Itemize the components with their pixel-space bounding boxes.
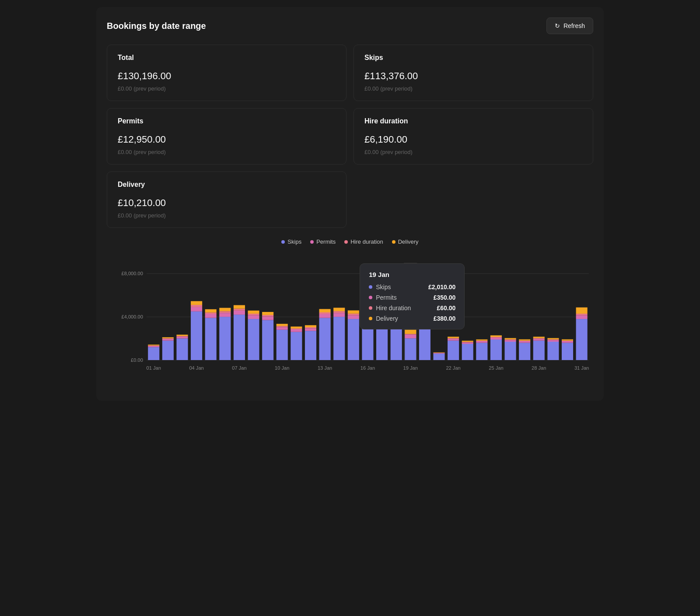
svg-rect-114	[519, 340, 530, 341]
svg-rect-62	[348, 319, 359, 360]
svg-rect-39	[262, 316, 273, 320]
chart-area: Skips Permits Hire duration Delivery £0.…	[107, 238, 593, 390]
svg-rect-28	[219, 311, 231, 313]
svg-rect-107	[504, 342, 516, 360]
legend-dot-permits	[310, 240, 314, 244]
svg-text:31 Jan: 31 Jan	[574, 365, 589, 371]
svg-rect-45	[276, 324, 288, 326]
svg-rect-125	[562, 341, 573, 341]
svg-rect-61	[333, 308, 345, 311]
svg-rect-119	[547, 342, 559, 360]
svg-text:07 Jan: 07 Jan	[232, 365, 246, 371]
svg-rect-109	[504, 340, 516, 340]
svg-text:22 Jan: 22 Jan	[446, 365, 460, 371]
svg-rect-115	[533, 341, 545, 360]
header: Bookings by date range ↻ Refresh	[107, 18, 593, 34]
stat-value-skips: £113,376.00	[364, 70, 582, 82]
legend-skips: Skips	[281, 238, 301, 245]
stat-label-skips: Skips	[364, 54, 582, 62]
stat-label-total: Total	[118, 54, 336, 62]
svg-rect-67	[362, 275, 373, 282]
svg-rect-64	[348, 314, 359, 315]
svg-rect-86	[419, 316, 430, 317]
svg-rect-18	[191, 312, 202, 360]
svg-rect-99	[476, 343, 487, 360]
svg-rect-112	[519, 341, 530, 343]
svg-rect-57	[319, 309, 331, 312]
svg-rect-47	[290, 329, 302, 332]
svg-rect-117	[533, 338, 545, 339]
stat-prev-delivery: £0.00 (prev period)	[118, 212, 336, 219]
svg-rect-20	[191, 305, 202, 307]
svg-rect-8	[148, 346, 159, 346]
svg-rect-79	[405, 338, 416, 360]
svg-rect-53	[305, 325, 316, 327]
svg-rect-24	[205, 312, 217, 314]
refresh-button[interactable]: ↻ Refresh	[546, 18, 593, 34]
svg-rect-129	[576, 314, 588, 315]
svg-rect-34	[248, 319, 259, 360]
svg-rect-55	[319, 314, 331, 318]
stat-card-permits: Permits £12,950.00 £0.00 (prev period)	[107, 108, 346, 164]
svg-rect-75	[391, 311, 402, 315]
refresh-label: Refresh	[564, 22, 585, 29]
svg-rect-40	[262, 315, 273, 316]
svg-rect-81	[405, 334, 416, 334]
legend-dot-delivery	[392, 240, 396, 244]
svg-rect-12	[162, 338, 174, 339]
stats-grid-middle: Permits £12,950.00 £0.00 (prev period) H…	[107, 108, 593, 164]
svg-rect-31	[234, 311, 245, 315]
svg-rect-25	[205, 309, 217, 312]
svg-rect-29	[219, 308, 231, 312]
svg-rect-48	[290, 329, 302, 329]
svg-rect-98	[462, 341, 473, 342]
stats-grid-top: Total £130,196.00 £0.00 (prev period) Sk…	[107, 45, 593, 101]
svg-rect-35	[248, 315, 259, 319]
stat-label-hire: Hire duration	[364, 117, 582, 125]
stat-card-hire: Hire duration £6,190.00 £0.00 (prev peri…	[354, 108, 593, 164]
legend-dot-hire	[344, 240, 348, 244]
svg-rect-127	[576, 319, 588, 360]
svg-rect-80	[405, 335, 416, 339]
svg-text:01 Jan: 01 Jan	[147, 365, 161, 371]
svg-rect-33	[234, 305, 245, 308]
svg-rect-73	[376, 294, 388, 299]
stat-value-hire: £6,190.00	[364, 134, 582, 145]
svg-rect-36	[248, 314, 259, 315]
svg-rect-56	[319, 312, 331, 314]
svg-rect-10	[162, 341, 174, 360]
svg-text:13 Jan: 13 Jan	[318, 365, 332, 371]
svg-rect-70	[376, 306, 388, 360]
svg-rect-51	[305, 328, 316, 331]
svg-rect-72	[376, 299, 388, 301]
svg-rect-82	[405, 330, 416, 334]
svg-rect-58	[333, 317, 345, 360]
svg-rect-30	[234, 315, 245, 360]
svg-rect-27	[219, 313, 231, 317]
svg-rect-87	[433, 354, 444, 360]
svg-rect-108	[504, 340, 516, 342]
chart-svg: £0.00£4,000.00£8,000.0001 Jan04 Jan07 Ja…	[107, 250, 593, 390]
svg-rect-37	[248, 311, 259, 314]
svg-rect-65	[348, 310, 359, 313]
stat-card-total: Total £130,196.00 £0.00 (prev period)	[107, 45, 346, 101]
svg-rect-102	[476, 340, 487, 341]
svg-rect-120	[547, 340, 559, 342]
svg-rect-116	[533, 339, 545, 341]
svg-rect-52	[305, 327, 316, 328]
svg-rect-103	[490, 340, 502, 360]
svg-rect-49	[290, 326, 302, 328]
svg-rect-66	[362, 282, 373, 360]
svg-rect-71	[376, 301, 388, 306]
svg-rect-21	[191, 301, 202, 305]
svg-rect-88	[433, 353, 444, 354]
svg-rect-92	[448, 339, 459, 341]
svg-rect-95	[462, 344, 473, 360]
page-title: Bookings by date range	[107, 21, 206, 31]
svg-rect-124	[562, 341, 573, 343]
svg-rect-46	[290, 332, 302, 360]
svg-rect-128	[576, 315, 588, 319]
svg-rect-43	[276, 327, 288, 330]
svg-rect-42	[276, 330, 288, 360]
svg-text:10 Jan: 10 Jan	[275, 365, 289, 371]
